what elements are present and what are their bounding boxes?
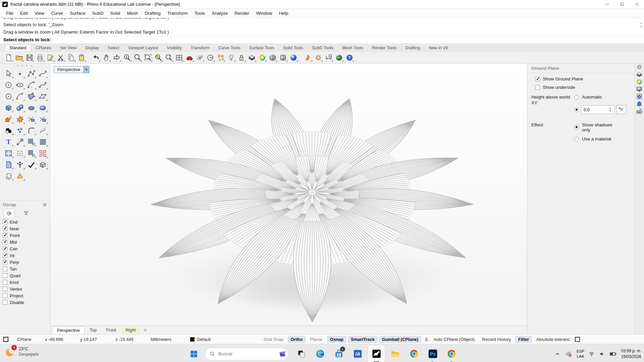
package-manager-icon[interactable]	[334, 53, 343, 62]
menu-item[interactable]: Solid	[107, 10, 123, 17]
maximize-button[interactable]	[614, 0, 629, 8]
wifi-icon[interactable]	[589, 351, 595, 357]
toolbar-tab[interactable]: Standard	[5, 44, 31, 51]
status-toggle[interactable]: SmartTrack	[348, 336, 378, 343]
point-tool[interactable]	[14, 68, 25, 79]
viewport-tab[interactable]: Right	[121, 326, 140, 334]
arc-tool[interactable]	[14, 90, 25, 102]
toolbar-tab[interactable]: Transform	[186, 45, 214, 51]
copy-icon[interactable]	[66, 53, 75, 62]
save-icon[interactable]	[25, 53, 34, 62]
edge-browser-icon[interactable]	[312, 345, 328, 362]
new-file-icon[interactable]	[4, 53, 13, 62]
surface-points-tool[interactable]	[25, 90, 37, 102]
toolbar-tab[interactable]: New in V8	[424, 45, 452, 51]
osnap-checkbox[interactable]	[3, 273, 7, 278]
rhino-8-app-icon[interactable]: 8	[368, 345, 385, 362]
menu-item[interactable]: Analyze	[208, 10, 231, 17]
torus-tool[interactable]	[25, 102, 37, 113]
status-toggle[interactable]: Ortho	[288, 336, 306, 343]
viewport-label[interactable]: Perspective ▼	[54, 66, 89, 73]
search-input[interactable]	[215, 351, 278, 356]
toolbar-tab[interactable]: Render Tools	[368, 45, 401, 51]
layers-panel-icon[interactable]	[636, 71, 643, 78]
osnap-checkbox[interactable]	[3, 266, 7, 271]
autocad-app-icon[interactable]: /A	[349, 345, 366, 362]
cut-icon[interactable]	[56, 53, 65, 62]
rotate-view-icon[interactable]	[112, 53, 121, 62]
toolbar-tab[interactable]: Select	[103, 45, 124, 51]
clock[interactable]: 03:59 p. m.15/03/2026	[621, 348, 641, 359]
viewport-layout-icon[interactable]	[174, 53, 183, 62]
tray-chevron-icon[interactable]	[554, 351, 560, 357]
explode-tool[interactable]	[14, 113, 25, 125]
speaker-icon[interactable]	[599, 351, 605, 357]
show-underside-checkbox[interactable]	[535, 85, 540, 90]
filter-swatch[interactable]	[575, 337, 580, 342]
control-curve-tool[interactable]	[37, 68, 48, 79]
menu-item[interactable]: Tools	[191, 10, 209, 17]
text-tool[interactable]: T	[3, 136, 14, 147]
palette-drag-handle[interactable]: ● ● ● ●	[0, 64, 50, 68]
color-wheel-icon[interactable]	[258, 53, 267, 62]
layers-icon[interactable]	[247, 53, 256, 62]
fillet-tool[interactable]	[25, 125, 37, 136]
automatic-radio[interactable]	[574, 95, 579, 100]
chrome-browser-icon[interactable]	[406, 345, 422, 362]
status-toggle[interactable]: Planar	[307, 336, 326, 343]
manual-height-radio[interactable]	[574, 107, 579, 112]
zoom-dynamic-icon[interactable]: ±	[122, 53, 131, 62]
dimension-icon[interactable]	[324, 53, 333, 62]
battery-icon[interactable]	[609, 350, 617, 358]
onedrive-error-icon[interactable]	[565, 350, 572, 358]
osnap-checkbox[interactable]	[3, 260, 7, 264]
toolbar-tab[interactable]: Viewport Layout	[124, 45, 162, 51]
osnap-tab[interactable]	[3, 209, 15, 218]
filter-tab[interactable]	[20, 209, 32, 218]
undo-icon[interactable]	[91, 53, 100, 62]
command-options-line[interactable]: Drag a window to zoom ( All Dynamic Exte…	[0, 28, 644, 36]
orient-cube-tool[interactable]	[37, 159, 48, 170]
zoom-extents-icon[interactable]	[143, 53, 152, 62]
sphere-tool[interactable]	[14, 102, 25, 113]
osnap-checkbox[interactable]	[3, 287, 7, 291]
viewport-tab[interactable]: Front	[102, 326, 120, 334]
toolbar-tab[interactable]: CPlanes	[31, 45, 56, 51]
ellipsoid-tool[interactable]	[37, 102, 48, 113]
menu-item[interactable]: Drafting	[141, 10, 164, 17]
conic-tool[interactable]	[37, 79, 48, 90]
trim-tool[interactable]	[25, 113, 37, 125]
menu-item[interactable]: Curve	[48, 10, 66, 17]
status-toggle[interactable]: Filter	[515, 336, 532, 343]
osnap-checkbox[interactable]	[3, 293, 7, 298]
plane-tool[interactable]	[37, 90, 48, 102]
menu-item[interactable]: Window	[253, 10, 276, 17]
osnap-checkbox[interactable]	[3, 253, 7, 258]
shaded-view-icon[interactable]	[268, 53, 277, 62]
toolbar-tab[interactable]: Display	[81, 45, 103, 51]
chrome-profile-icon[interactable]	[443, 345, 460, 362]
chevron-down-icon[interactable]: ▼	[84, 66, 89, 73]
spotlight-tool[interactable]	[14, 170, 25, 182]
status-toggle[interactable]: Auto CPlane (Object)	[430, 336, 478, 343]
toolbar-tab[interactable]: Surface Tools	[245, 45, 279, 51]
menu-item[interactable]: SubD	[89, 10, 107, 17]
layout-tool[interactable]	[3, 159, 14, 170]
layer-color-swatch[interactable]	[3, 337, 8, 342]
page-pan-tool[interactable]	[3, 170, 14, 182]
toolbar-tab[interactable]: Curve Tools	[214, 45, 245, 51]
start-button[interactable]	[186, 347, 201, 361]
leader-tool[interactable]	[14, 159, 25, 170]
cplane-icon[interactable]	[195, 53, 204, 62]
menu-item[interactable]: View	[31, 10, 48, 17]
new-viewport-icon[interactable]: ✛	[144, 327, 147, 333]
search-box[interactable]	[205, 348, 288, 360]
menu-item[interactable]: File	[3, 10, 17, 17]
language-indicator[interactable]: ESPLAA	[577, 349, 584, 359]
menu-item[interactable]: Help	[276, 10, 292, 17]
osnap-gear-icon[interactable]	[42, 202, 47, 207]
osnap-checkbox[interactable]	[3, 240, 7, 244]
current-layer[interactable]: Default	[190, 337, 240, 342]
ghosted-view-icon[interactable]	[278, 53, 287, 62]
polyline-tool[interactable]	[25, 68, 37, 79]
